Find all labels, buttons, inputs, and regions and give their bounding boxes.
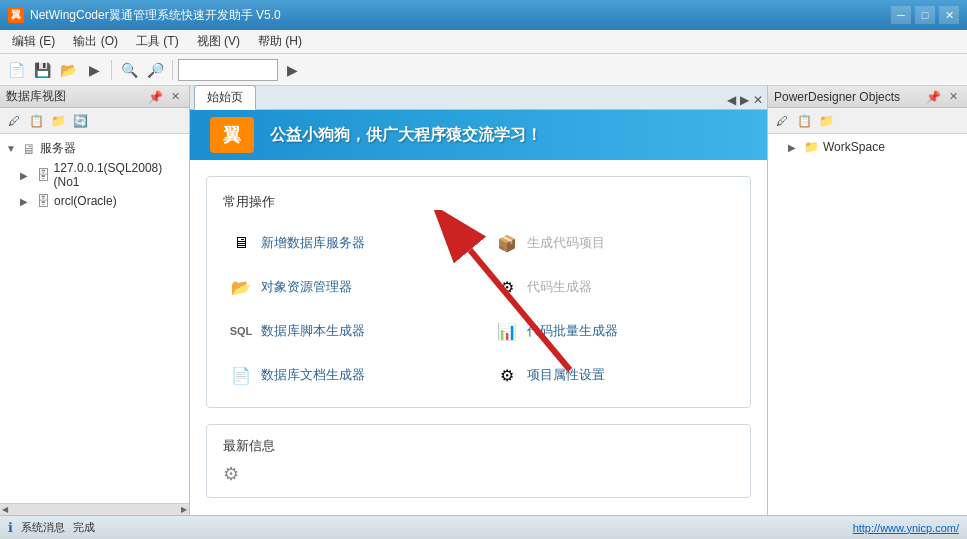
pd-panel-header: PowerDesigner Objects 📌 ✕ xyxy=(768,86,967,108)
tab-nav-left[interactable]: ◀ xyxy=(727,93,736,107)
op-code-gen[interactable]: ⚙ 代码生成器 xyxy=(489,271,735,303)
op-batch-gen[interactable]: 📊 代码批量生成器 xyxy=(489,315,735,347)
window-controls: ─ □ ✕ xyxy=(891,6,959,24)
menu-edit[interactable]: 编辑 (E) xyxy=(4,31,63,52)
workspace-label: WorkSpace xyxy=(823,140,885,154)
title-bar: 翼 NetWingCoder翼通管理系统快速开发助手 V5.0 ─ □ ✕ xyxy=(0,0,967,30)
toolbar-sep1 xyxy=(111,60,112,80)
menu-bar: 编辑 (E) 输出 (O) 工具 (T) 视图 (V) 帮助 (H) xyxy=(0,30,967,54)
workspace-expand-icon: ▶ xyxy=(788,142,800,153)
toolbar-go[interactable]: ▶ xyxy=(280,58,304,82)
pd-toolbar-btn2[interactable]: 📋 xyxy=(794,111,814,131)
proj-attr-icon: ⚙ xyxy=(495,363,519,387)
pd-panel-title: PowerDesigner Objects xyxy=(774,90,922,104)
op-sql-gen[interactable]: SQL 数据库脚本生成器 xyxy=(223,315,469,347)
main-layout: 数据库视图 📌 ✕ 🖊 📋 📁 🔄 ▼ 🖥 服务器 ▶ 🗄 127.0.0.1(… xyxy=(0,86,967,515)
operations-title: 常用操作 xyxy=(223,193,734,211)
pd-toolbar-btn3[interactable]: 📁 xyxy=(816,111,836,131)
close-button[interactable]: ✕ xyxy=(939,6,959,24)
sql-gen-icon: SQL xyxy=(229,319,253,343)
tree-oracle-node[interactable]: ▶ 🗄 orcl(Oracle) xyxy=(0,191,189,211)
db-toolbar-copy[interactable]: 📋 xyxy=(26,111,46,131)
db-toolbar-folder[interactable]: 📁 xyxy=(48,111,68,131)
tree-root-label: 服务器 xyxy=(40,140,76,157)
toolbar-search[interactable]: 🔍 xyxy=(117,58,141,82)
op-add-db[interactable]: 🖥 新增数据库服务器 xyxy=(223,227,469,259)
status-text2: 完成 xyxy=(73,520,95,535)
status-bar: ℹ 系统消息 完成 http://www.ynicp.com/ xyxy=(0,515,967,539)
toolbar-new[interactable]: 📄 xyxy=(4,58,28,82)
content-wrapper: 翼 公益小狗狗，供广大程序猿交流学习！ 常用操作 🖥 新增数据库服务器 📦 生成… xyxy=(190,110,767,498)
minimize-button[interactable]: ─ xyxy=(891,6,911,24)
batch-gen-icon: 📊 xyxy=(495,319,519,343)
menu-tools[interactable]: 工具 (T) xyxy=(128,31,187,52)
doc-gen-icon: 📄 xyxy=(229,363,253,387)
proj-attr-label: 项目属性设置 xyxy=(527,366,605,384)
db-view-panel: 数据库视图 📌 ✕ 🖊 📋 📁 🔄 ▼ 🖥 服务器 ▶ 🗄 127.0.0.1(… xyxy=(0,86,190,515)
db-panel-close[interactable]: ✕ xyxy=(167,89,183,105)
tree-server-root[interactable]: ▼ 🖥 服务器 xyxy=(0,138,189,159)
status-icon: ℹ xyxy=(8,520,13,535)
db-toolbar-new[interactable]: 🖊 xyxy=(4,111,24,131)
code-gen-icon: ⚙ xyxy=(495,275,519,299)
db-tree: ▼ 🖥 服务器 ▶ 🗄 127.0.0.1(SQL2008)(No1 ▶ 🗄 o… xyxy=(0,134,189,503)
server-icon: 🖥 xyxy=(22,141,36,157)
powerdesigner-panel: PowerDesigner Objects 📌 ✕ 🖊 📋 📁 ▶ 📁 Work… xyxy=(767,86,967,515)
toolbar-search-input[interactable] xyxy=(178,59,278,81)
obj-mgr-label: 对象资源管理器 xyxy=(261,278,352,296)
expand-icon: ▶ xyxy=(20,196,32,207)
ops-grid: 🖥 新增数据库服务器 📦 生成代码项目 📂 对象资源管理器 ⚙ xyxy=(223,227,734,391)
news-loading-icon: ⚙ xyxy=(223,463,734,485)
app-title: NetWingCoder翼通管理系统快速开发助手 V5.0 xyxy=(30,7,891,24)
toolbar-sep2 xyxy=(172,60,173,80)
toolbar-magnify[interactable]: 🔎 xyxy=(143,58,167,82)
obj-mgr-icon: 📂 xyxy=(229,275,253,299)
add-db-label: 新增数据库服务器 xyxy=(261,234,365,252)
gen-code-proj-icon: 📦 xyxy=(495,231,519,255)
pd-tree-workspace[interactable]: ▶ 📁 WorkSpace xyxy=(768,138,967,156)
app-icon: 翼 xyxy=(8,7,24,23)
menu-output[interactable]: 输出 (O) xyxy=(65,31,126,52)
doc-gen-label: 数据库文档生成器 xyxy=(261,366,365,384)
status-text1: 系统消息 xyxy=(21,520,65,535)
tree-sqlserver-node[interactable]: ▶ 🗄 127.0.0.1(SQL2008)(No1 xyxy=(0,159,189,191)
scroll-left-icon[interactable]: ◀ xyxy=(2,505,8,514)
op-gen-code-proj[interactable]: 📦 生成代码项目 xyxy=(489,227,735,259)
pd-toolbar-btn1[interactable]: 🖊 xyxy=(772,111,792,131)
tab-bar: 始始页 ◀ ▶ ✕ xyxy=(190,86,767,110)
tab-nav-right[interactable]: ▶ xyxy=(740,93,749,107)
code-gen-label: 代码生成器 xyxy=(527,278,592,296)
workspace-icon: 📁 xyxy=(804,140,819,154)
op-obj-mgr[interactable]: 📂 对象资源管理器 xyxy=(223,271,469,303)
pd-tree: ▶ 📁 WorkSpace xyxy=(768,134,967,515)
pd-panel-close[interactable]: ✕ xyxy=(945,89,961,105)
menu-view[interactable]: 视图 (V) xyxy=(189,31,248,52)
sqlserver-icon: 🗄 xyxy=(36,167,50,183)
db-toolbar-refresh[interactable]: 🔄 xyxy=(70,111,90,131)
welcome-banner: 翼 公益小狗狗，供广大程序猿交流学习！ xyxy=(190,110,767,160)
menu-help[interactable]: 帮助 (H) xyxy=(250,31,310,52)
operations-section: 常用操作 🖥 新增数据库服务器 📦 生成代码项目 📂 对象资源管理器 xyxy=(206,176,751,408)
banner-logo: 翼 xyxy=(210,117,254,153)
tree-oracle-label: orcl(Oracle) xyxy=(54,194,117,208)
toolbar-run[interactable]: ▶ xyxy=(82,58,106,82)
gen-code-proj-label: 生成代码项目 xyxy=(527,234,605,252)
toolbar-save[interactable]: 💾 xyxy=(30,58,54,82)
oracle-icon: 🗄 xyxy=(36,193,50,209)
toolbar: 📄 💾 📂 ▶ 🔍 🔎 ▶ xyxy=(0,54,967,86)
left-panel-scrollbar[interactable]: ◀ ▶ xyxy=(0,503,189,515)
status-link[interactable]: http://www.ynicp.com/ xyxy=(853,522,959,534)
tab-home[interactable]: 始始页 xyxy=(194,85,256,110)
db-panel-title: 数据库视图 xyxy=(6,88,144,105)
op-proj-attr[interactable]: ⚙ 项目属性设置 xyxy=(489,359,735,391)
content-area: 翼 公益小狗狗，供广大程序猿交流学习！ 常用操作 🖥 新增数据库服务器 📦 生成… xyxy=(190,110,767,515)
op-doc-gen[interactable]: 📄 数据库文档生成器 xyxy=(223,359,469,391)
tab-controls: ◀ ▶ ✕ xyxy=(727,93,763,109)
add-db-icon: 🖥 xyxy=(229,231,253,255)
toolbar-open[interactable]: 📂 xyxy=(56,58,80,82)
center-panel: 始始页 ◀ ▶ ✕ 翼 公益小狗狗，供广大程序猿交流学习！ 常用操作 xyxy=(190,86,767,515)
tab-close[interactable]: ✕ xyxy=(753,93,763,107)
pd-panel-toolbar: 🖊 📋 📁 xyxy=(768,108,967,134)
maximize-button[interactable]: □ xyxy=(915,6,935,24)
scroll-right-icon[interactable]: ▶ xyxy=(181,505,187,514)
